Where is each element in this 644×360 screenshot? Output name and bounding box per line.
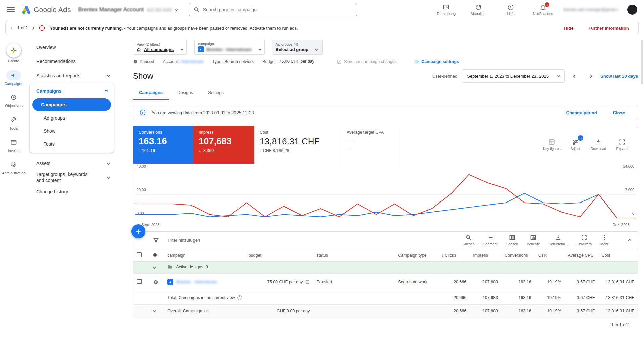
scorecard-impressions[interactable]: Impress 107,683 ↓ -8,369 bbox=[193, 126, 254, 164]
budget-value[interactable]: 75.00 CHF per day bbox=[279, 59, 314, 64]
row-checkbox[interactable] bbox=[137, 279, 142, 284]
pause-circle-icon[interactable] bbox=[153, 280, 161, 285]
segment-button[interactable]: Segment bbox=[483, 234, 498, 246]
table-download-button[interactable]: Herunterla... bbox=[549, 234, 568, 246]
header-campaign[interactable]: campaign bbox=[164, 249, 245, 261]
campaign-status-value: Pausiert bbox=[313, 273, 395, 291]
view-filter-dropdown[interactable]: View (2 filters) All campaigns bbox=[133, 40, 187, 55]
collapse-table-icon[interactable] bbox=[629, 238, 631, 243]
sidebar-item-change-history[interactable]: Change history bbox=[28, 185, 116, 199]
rail-item-objectives[interactable]: Objectives bbox=[1, 92, 27, 108]
search-input[interactable] bbox=[203, 7, 353, 12]
rail-item-tools[interactable]: Tools bbox=[1, 115, 27, 131]
help-icon[interactable]: ? bbox=[204, 309, 209, 313]
header-avg-cpc[interactable]: Average CPC bbox=[565, 249, 598, 261]
avatar[interactable] bbox=[627, 5, 637, 15]
sidebar-item-assets[interactable]: Assets bbox=[28, 156, 116, 170]
alert-next-icon[interactable] bbox=[31, 26, 35, 30]
rail-item-invoice[interactable]: Invoice bbox=[1, 137, 27, 153]
account-selector[interactable]: Brentex Manager Account 612 351 5193 bbox=[78, 6, 178, 13]
adjust-badge: 3 bbox=[578, 135, 583, 141]
sidebar-item-recommendations[interactable]: Recommendations bbox=[28, 54, 116, 69]
more-button[interactable]: Mehr bbox=[600, 234, 608, 246]
campaign-name-link[interactable]: Brentex - Internetcare bbox=[176, 280, 217, 284]
edit-budget-icon[interactable] bbox=[305, 280, 310, 284]
sidebar-item-campaigns[interactable]: Campaigns bbox=[32, 98, 111, 111]
appearance-button[interactable]: Darstellung bbox=[434, 4, 458, 16]
date-next-button[interactable] bbox=[585, 71, 596, 81]
rail-administration-label: Administration bbox=[2, 171, 26, 175]
header-cost[interactable]: Cost bbox=[598, 249, 638, 261]
campaign-budget-value[interactable]: 75.00 CHF per day bbox=[267, 280, 303, 284]
add-campaign-fab[interactable]: + bbox=[131, 224, 145, 238]
help-icon[interactable]: ? bbox=[237, 295, 242, 300]
create-button[interactable]: Create bbox=[1, 43, 27, 63]
campaign-filter-dropdown[interactable]: campaign Brentex - Internetcare bbox=[194, 40, 264, 55]
refresh-button[interactable]: Aktualis... bbox=[467, 4, 490, 16]
google-ads-logo[interactable]: Google Ads bbox=[21, 5, 71, 14]
sidebar-item-statistics[interactable]: Statistics and reports bbox=[28, 69, 116, 83]
menu-icon[interactable] bbox=[7, 6, 15, 14]
filter-funnel-icon[interactable] bbox=[153, 237, 159, 243]
columns-button[interactable]: Spalten bbox=[506, 234, 518, 246]
campaign-impressions: 107,683 bbox=[470, 273, 501, 291]
sidebar-item-show[interactable]: Show bbox=[32, 125, 111, 137]
right-axis-tick-0: 0 bbox=[632, 211, 634, 215]
sidebar-item-overview[interactable]: Overview bbox=[28, 40, 116, 54]
header-campaign-type[interactable]: Campaign type bbox=[395, 249, 438, 261]
ad-group-filter-dropdown[interactable]: Ad groups (4) Select ad group bbox=[272, 40, 323, 55]
rail-item-campaigns[interactable]: Campaigns bbox=[1, 70, 27, 86]
tab-settings[interactable]: Settings bbox=[202, 86, 230, 100]
add-filter-button[interactable]: Filter hinzufügen bbox=[168, 238, 200, 243]
change-period-link[interactable]: Change period bbox=[566, 110, 597, 115]
overall-conversions: 163,16 bbox=[501, 304, 535, 318]
scorecard-cost[interactable]: Cost 13,816.31 CHF ↑ CHF 8,186.28 bbox=[254, 126, 341, 164]
help-button[interactable]: ? Hilfe bbox=[499, 4, 522, 16]
sidebar-item-ad-groups[interactable]: Ad groups bbox=[32, 111, 111, 124]
global-search[interactable] bbox=[189, 3, 357, 16]
reports-button[interactable]: Berichte bbox=[527, 234, 540, 246]
select-all-checkbox[interactable] bbox=[137, 252, 142, 257]
sidebar-item-targeting[interactable]: Target groups, keywords and content bbox=[28, 170, 116, 185]
sidebar-item-tests[interactable]: Tests bbox=[32, 138, 111, 150]
folder-icon bbox=[167, 264, 173, 270]
account-link[interactable]: Internetcare bbox=[181, 59, 204, 64]
scorecard-avg-target-cpa[interactable]: Average target CPA — — bbox=[341, 126, 399, 164]
rail-objectives-label: Objectives bbox=[5, 104, 22, 108]
collapse-group-icon[interactable] bbox=[153, 265, 156, 269]
header-budget[interactable]: budget bbox=[245, 249, 313, 261]
key-figures-button[interactable]: Key figures bbox=[543, 139, 561, 151]
simulate-changes-button[interactable]: Simulate campaign changes bbox=[337, 59, 397, 64]
tab-designs[interactable]: Designs bbox=[171, 86, 199, 100]
range-type-label: User-defined bbox=[432, 74, 457, 79]
campaign-settings-button[interactable]: Campaign settings bbox=[414, 59, 459, 64]
sidebar-group-campaigns[interactable]: Campaigns bbox=[30, 84, 114, 98]
date-range-dropdown[interactable]: September 1, 2023 to December 23, 2025 bbox=[462, 69, 565, 83]
header-impress[interactable]: Impress bbox=[470, 249, 501, 261]
table-search-button[interactable]: Suchen bbox=[463, 234, 475, 246]
alert-further-info-link[interactable]: Further information bbox=[588, 26, 629, 31]
alert-prev-icon[interactable] bbox=[11, 26, 14, 30]
adjust-button[interactable]: 3 Adjust bbox=[570, 139, 580, 151]
table-expand-button[interactable]: Erweitern bbox=[577, 234, 592, 246]
expand-button[interactable]: Expand bbox=[616, 139, 628, 151]
banner-text: You are viewing data from 2023-09-01 to … bbox=[152, 110, 254, 115]
header-clicks[interactable]: ↓ Clicks bbox=[438, 249, 470, 261]
date-prev-button[interactable] bbox=[569, 71, 580, 81]
header-conversions[interactable]: Conversions bbox=[501, 249, 535, 261]
expand-overall-icon[interactable] bbox=[153, 309, 156, 312]
close-banner-link[interactable]: Close bbox=[613, 110, 625, 115]
header-status[interactable]: status bbox=[313, 249, 395, 261]
header-ctr[interactable]: CTR bbox=[535, 249, 565, 261]
rail-item-administration[interactable]: Administration bbox=[1, 160, 27, 175]
tab-campaigns[interactable]: Campaigns bbox=[133, 86, 169, 100]
alert-hide-link[interactable]: Hide bbox=[564, 26, 573, 31]
show-last-30-days-link[interactable]: Show last 30 days bbox=[600, 74, 638, 79]
download-button[interactable]: Download bbox=[591, 139, 606, 151]
chevron-down-icon bbox=[175, 8, 178, 11]
notifications-button[interactable]: ! Notifications bbox=[531, 4, 555, 16]
x-axis-labels: Sept. 2023 Dez. 2025 bbox=[135, 221, 636, 230]
scorecard-conversions[interactable]: Conversions 163.16 ↑ 161.16 bbox=[133, 126, 193, 164]
page-title: Show bbox=[133, 71, 153, 81]
campaign-badge-icon bbox=[167, 279, 173, 285]
